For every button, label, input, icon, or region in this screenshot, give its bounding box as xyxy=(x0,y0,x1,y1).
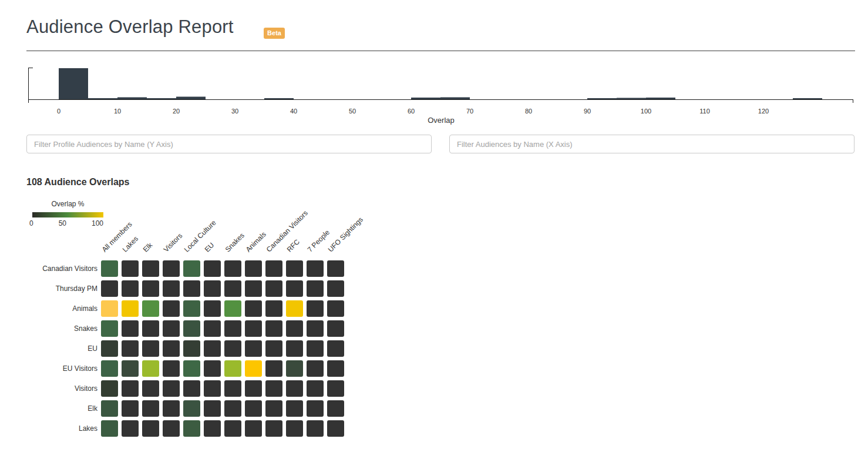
heatmap-cell[interactable] xyxy=(327,360,344,377)
heatmap-cell[interactable] xyxy=(204,380,221,397)
heatmap-cell[interactable] xyxy=(224,340,241,357)
heatmap-cell[interactable] xyxy=(204,420,221,437)
heatmap-cell[interactable] xyxy=(265,360,282,377)
heatmap-cell[interactable] xyxy=(101,300,118,317)
heatmap-cell[interactable] xyxy=(327,320,344,337)
heatmap-cell[interactable] xyxy=(224,400,241,417)
heatmap-cell[interactable] xyxy=(183,320,200,337)
heatmap-cell[interactable] xyxy=(224,280,241,297)
heatmap-cell[interactable] xyxy=(183,280,200,297)
heatmap-cell[interactable] xyxy=(122,380,139,397)
heatmap-cell[interactable] xyxy=(265,340,282,357)
heatmap-cell[interactable] xyxy=(224,320,241,337)
heatmap-cell[interactable] xyxy=(286,340,303,357)
heatmap-cell[interactable] xyxy=(122,260,139,277)
heatmap-cell[interactable] xyxy=(122,340,139,357)
heatmap-cell[interactable] xyxy=(101,280,118,297)
heatmap-cell[interactable] xyxy=(142,340,159,357)
heatmap-cell[interactable] xyxy=(183,420,200,437)
heatmap-cell[interactable] xyxy=(204,320,221,337)
heatmap-cell[interactable] xyxy=(245,300,262,317)
heatmap-cell[interactable] xyxy=(286,360,303,377)
heatmap-cell[interactable] xyxy=(307,280,324,297)
heatmap-cell[interactable] xyxy=(142,300,159,317)
heatmap-cell[interactable] xyxy=(224,420,241,437)
heatmap-cell[interactable] xyxy=(101,380,118,397)
heatmap-cell[interactable] xyxy=(224,360,241,377)
filter-profile-audiences-input[interactable] xyxy=(26,135,432,153)
heatmap-cell[interactable] xyxy=(163,360,180,377)
heatmap-cell[interactable] xyxy=(265,300,282,317)
heatmap-cell[interactable] xyxy=(265,280,282,297)
heatmap-cell[interactable] xyxy=(163,280,180,297)
heatmap-cell[interactable] xyxy=(122,280,139,297)
heatmap-cell[interactable] xyxy=(183,360,200,377)
heatmap-cell[interactable] xyxy=(142,380,159,397)
heatmap-cell[interactable] xyxy=(163,320,180,337)
heatmap-cell[interactable] xyxy=(204,400,221,417)
heatmap-cell[interactable] xyxy=(286,320,303,337)
heatmap-cell[interactable] xyxy=(327,260,344,277)
heatmap-cell[interactable] xyxy=(265,320,282,337)
heatmap-cell[interactable] xyxy=(286,300,303,317)
heatmap-cell[interactable] xyxy=(183,300,200,317)
heatmap-cell[interactable] xyxy=(142,260,159,277)
heatmap-cell[interactable] xyxy=(101,340,118,357)
heatmap-cell[interactable] xyxy=(122,300,139,317)
heatmap-cell[interactable] xyxy=(286,400,303,417)
heatmap-cell[interactable] xyxy=(163,300,180,317)
heatmap-cell[interactable] xyxy=(307,420,324,437)
heatmap-cell[interactable] xyxy=(204,340,221,357)
heatmap-cell[interactable] xyxy=(327,340,344,357)
heatmap-cell[interactable] xyxy=(245,320,262,337)
heatmap-cell[interactable] xyxy=(183,400,200,417)
heatmap-cell[interactable] xyxy=(163,380,180,397)
heatmap-cell[interactable] xyxy=(183,380,200,397)
heatmap-cell[interactable] xyxy=(286,280,303,297)
heatmap-cell[interactable] xyxy=(307,360,324,377)
heatmap-cell[interactable] xyxy=(265,380,282,397)
heatmap-cell[interactable] xyxy=(142,320,159,337)
heatmap-cell[interactable] xyxy=(327,300,344,317)
heatmap-cell[interactable] xyxy=(286,420,303,437)
heatmap-cell[interactable] xyxy=(307,320,324,337)
heatmap-cell[interactable] xyxy=(122,360,139,377)
heatmap-cell[interactable] xyxy=(327,280,344,297)
heatmap-cell[interactable] xyxy=(245,280,262,297)
heatmap-cell[interactable] xyxy=(183,260,200,277)
heatmap-cell[interactable] xyxy=(183,340,200,357)
heatmap-cell[interactable] xyxy=(265,260,282,277)
heatmap-cell[interactable] xyxy=(307,400,324,417)
heatmap-cell[interactable] xyxy=(327,380,344,397)
heatmap-cell[interactable] xyxy=(307,340,324,357)
heatmap-cell[interactable] xyxy=(245,360,262,377)
heatmap-cell[interactable] xyxy=(327,420,344,437)
heatmap-cell[interactable] xyxy=(142,360,159,377)
heatmap-cell[interactable] xyxy=(163,400,180,417)
heatmap-cell[interactable] xyxy=(204,260,221,277)
heatmap-cell[interactable] xyxy=(101,420,118,437)
heatmap-cell[interactable] xyxy=(245,420,262,437)
heatmap-cell[interactable] xyxy=(101,260,118,277)
heatmap-cell[interactable] xyxy=(307,260,324,277)
heatmap-cell[interactable] xyxy=(204,280,221,297)
heatmap-cell[interactable] xyxy=(163,260,180,277)
heatmap-cell[interactable] xyxy=(142,280,159,297)
heatmap-cell[interactable] xyxy=(122,420,139,437)
heatmap-cell[interactable] xyxy=(142,400,159,417)
heatmap-cell[interactable] xyxy=(286,260,303,277)
heatmap-cell[interactable] xyxy=(122,400,139,417)
heatmap-cell[interactable] xyxy=(101,360,118,377)
heatmap-cell[interactable] xyxy=(286,380,303,397)
heatmap-cell[interactable] xyxy=(245,380,262,397)
heatmap-cell[interactable] xyxy=(204,360,221,377)
heatmap-cell[interactable] xyxy=(101,320,118,337)
heatmap-cell[interactable] xyxy=(101,400,118,417)
heatmap-cell[interactable] xyxy=(224,300,241,317)
heatmap-cell[interactable] xyxy=(204,300,221,317)
heatmap-cell[interactable] xyxy=(245,260,262,277)
heatmap-cell[interactable] xyxy=(163,420,180,437)
heatmap-cell[interactable] xyxy=(307,380,324,397)
heatmap-cell[interactable] xyxy=(224,380,241,397)
heatmap-cell[interactable] xyxy=(307,300,324,317)
